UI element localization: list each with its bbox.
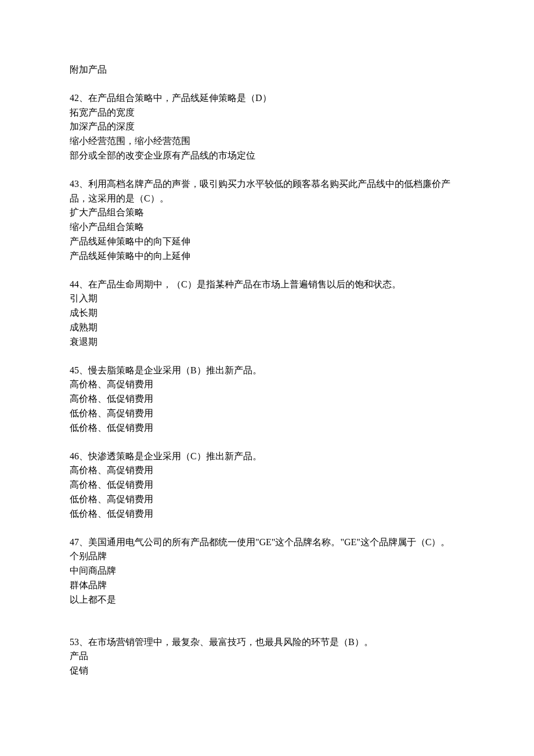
question-option: 低价格、高促销费用 (70, 406, 464, 421)
document-page: 附加产品 42、在产品组合策略中，产品线延伸策略是（D） 拓宽产品的宽度 加深产… (0, 0, 534, 739)
question-stem: 42、在产品组合策略中，产品线延伸策略是（D） (70, 93, 272, 103)
prelude-line: 附加产品 (70, 64, 107, 74)
question-option: 缩小经营范围，缩小经营范围 (70, 134, 464, 149)
question-option: 高价格、低促销费用 (70, 392, 464, 406)
question-option: 引入期 (70, 291, 464, 306)
question-option: 低价格、高促销费用 (70, 492, 464, 507)
question-option: 中间商品牌 (70, 564, 464, 578)
question-option: 衰退期 (70, 335, 464, 350)
question-block: 42、在产品组合策略中，产品线延伸策略是（D） 拓宽产品的宽度 加深产品的深度 … (70, 91, 464, 163)
question-option: 部分或全部的改变企业原有产品线的市场定位 (70, 149, 464, 163)
question-block: 44、在产品生命周期中，（C）是指某种产品在市场上普遍销售以后的饱和状态。 引入… (70, 278, 464, 350)
question-stem: 43、利用高档名牌产品的声誉，吸引购买力水平较低的顾客慕名购买此产品线中的低档廉… (70, 179, 450, 203)
question-option: 加深产品的深度 (70, 120, 464, 134)
question-stem: 44、在产品生命周期中，（C）是指某种产品在市场上普遍销售以后的饱和状态。 (70, 279, 401, 289)
question-option: 缩小产品组合策略 (70, 220, 464, 235)
prelude-text: 附加产品 (70, 63, 464, 77)
question-option: 成长期 (70, 306, 464, 321)
question-block: 53、在市场营销管理中，最复杂、最富技巧，也最具风险的环节是（B）。 产品 促销 (70, 635, 464, 678)
question-option: 产品线延伸策略中的向下延伸 (70, 235, 464, 249)
question-option: 群体品牌 (70, 578, 464, 593)
question-option: 以上都不是 (70, 593, 464, 607)
question-option: 高价格、高促销费用 (70, 377, 464, 392)
question-block: 45、慢去脂策略是企业采用（B）推出新产品。 高价格、高促销费用 高价格、低促销… (70, 363, 464, 435)
question-option: 产品线延伸策略中的向上延伸 (70, 249, 464, 264)
question-stem: 46、快渗透策略是企业采用（C）推出新产品。 (70, 451, 262, 461)
question-stem: 53、在市场营销管理中，最复杂、最富技巧，也最具风险的环节是（B）。 (70, 637, 373, 647)
question-option: 产品 (70, 649, 464, 664)
question-option: 个别品牌 (70, 549, 464, 564)
question-option: 低价格、低促销费用 (70, 507, 464, 521)
question-stem: 45、慢去脂策略是企业采用（B）推出新产品。 (70, 365, 262, 375)
question-block: 43、利用高档名牌产品的声誉，吸引购买力水平较低的顾客慕名购买此产品线中的低档廉… (70, 177, 464, 264)
question-option: 高价格、低促销费用 (70, 478, 464, 492)
question-block: 47、美国通用电气公司的所有产品都统一使用"GE"这个品牌名称。"GE"这个品牌… (70, 535, 464, 607)
question-option: 拓宽产品的宽度 (70, 106, 464, 120)
question-option: 成熟期 (70, 321, 464, 335)
question-option: 促销 (70, 664, 464, 678)
question-block: 46、快渗透策略是企业采用（C）推出新产品。 高价格、高促销费用 高价格、低促销… (70, 449, 464, 521)
question-option: 高价格、高促销费用 (70, 463, 464, 478)
question-option: 扩大产品组合策略 (70, 206, 464, 220)
question-option: 低价格、低促销费用 (70, 421, 464, 435)
question-stem: 47、美国通用电气公司的所有产品都统一使用"GE"这个品牌名称。"GE"这个品牌… (70, 537, 450, 547)
